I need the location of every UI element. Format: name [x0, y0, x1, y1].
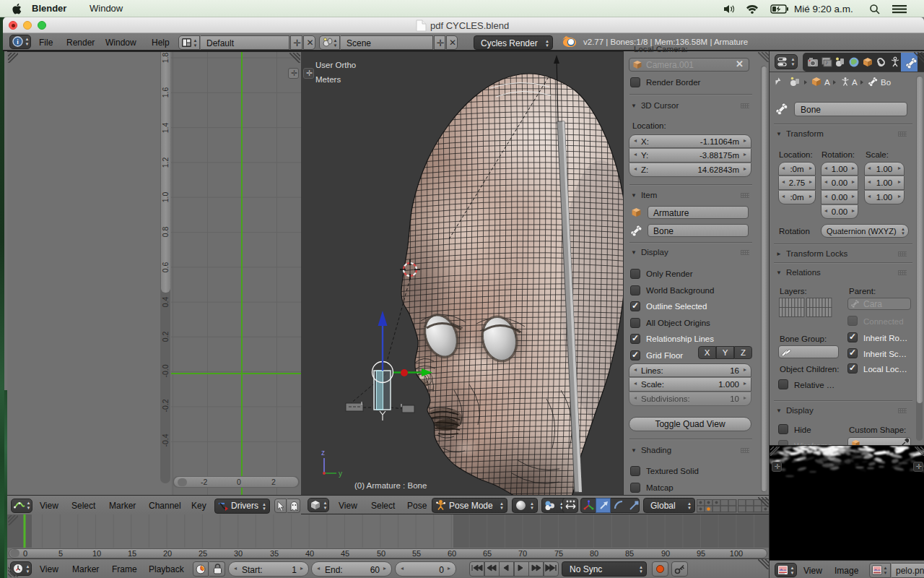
- svg-text:35: 35: [270, 549, 279, 558]
- svg-text:25: 25: [199, 549, 207, 558]
- svg-text:(0) Armature : Bone: (0) Armature : Bone: [354, 481, 427, 490]
- svg-text:20: 20: [163, 549, 172, 558]
- svg-text:80: 80: [590, 549, 598, 558]
- svg-text:55: 55: [412, 549, 421, 558]
- svg-text:60: 60: [448, 549, 456, 558]
- svg-text:65: 65: [483, 549, 492, 558]
- svg-text:40: 40: [305, 549, 314, 558]
- svg-text:70: 70: [518, 549, 527, 558]
- svg-text:50: 50: [377, 549, 385, 558]
- svg-text:0: 0: [23, 549, 27, 558]
- svg-text:i: i: [17, 38, 19, 46]
- svg-text:Mié 9:20 a.m.: Mié 9:20 a.m.: [794, 4, 853, 14]
- svg-text:100: 100: [730, 549, 743, 558]
- svg-text:95: 95: [697, 549, 705, 558]
- svg-text:75: 75: [554, 549, 563, 558]
- svg-text:♪: ♪: [825, 59, 828, 66]
- svg-text:90: 90: [661, 549, 670, 558]
- svg-text:A: A: [852, 78, 858, 87]
- svg-text:30: 30: [234, 549, 243, 558]
- svg-text:85: 85: [625, 549, 634, 558]
- svg-text:z: z: [321, 449, 325, 457]
- svg-text:5: 5: [58, 549, 63, 558]
- svg-text:User Ortho: User Ortho: [315, 61, 356, 69]
- svg-text:Bo: Bo: [881, 78, 891, 87]
- svg-text:y: y: [339, 470, 342, 478]
- svg-text:A: A: [824, 78, 830, 87]
- svg-text:45: 45: [341, 549, 349, 558]
- svg-text:10: 10: [92, 549, 101, 558]
- svg-text:Meters: Meters: [315, 75, 341, 84]
- svg-text:15: 15: [128, 549, 136, 558]
